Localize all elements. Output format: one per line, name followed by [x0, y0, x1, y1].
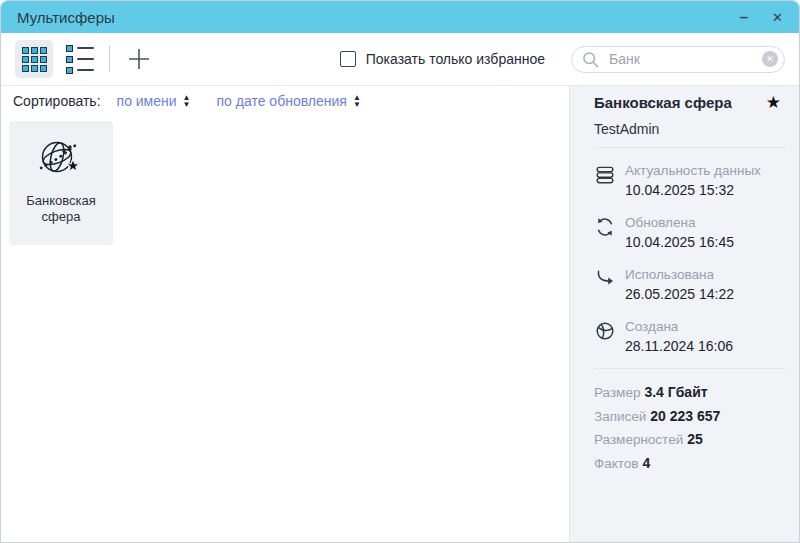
sort-bar: Сортировать: по имени ▲▼ по дате обновле…: [1, 86, 569, 115]
favorites-checkbox-label: Показать только избранное: [366, 51, 545, 67]
toolbar: Показать только избранное ✕: [1, 33, 799, 85]
grid-view-icon: [22, 47, 47, 72]
tile-title: Банковская сфера: [15, 193, 107, 225]
database-icon: [594, 164, 616, 186]
plus-icon: [126, 46, 152, 72]
panel-divider: [594, 368, 785, 369]
multisphere-tile[interactable]: Банковская сфера: [9, 121, 113, 245]
sort-arrows-icon: ▲▼: [353, 94, 361, 108]
favorites-filter[interactable]: Показать только избранное: [340, 51, 545, 67]
panel-divider: [594, 147, 785, 148]
detail-row: Создана 28.11.2024 16:06: [594, 319, 785, 356]
sort-by-name[interactable]: по имени ▲▼: [117, 93, 191, 109]
main-area: Сортировать: по имени ▲▼ по дате обновле…: [1, 85, 569, 542]
detail-value: 10.04.2025 15:32: [625, 181, 761, 200]
refresh-icon: [594, 216, 616, 238]
stat-dimensions: Размерностей25: [594, 428, 785, 452]
detail-row: Обновлена 10.04.2025 16:45: [594, 215, 785, 252]
toolbar-divider: [109, 46, 110, 72]
sort-by-update-date-label: по дате обновления: [217, 93, 347, 109]
titlebar[interactable]: Мультисферы – ✕: [1, 1, 799, 33]
panel-title: Банковская сфера: [594, 94, 732, 112]
window-controls: – ✕: [740, 10, 783, 25]
detail-row: Использована 26.05.2025 14:22: [594, 267, 785, 304]
detail-value: 26.05.2025 14:22: [625, 285, 734, 304]
panel-stats: Размер3.4 Гбайт Записей20 223 657 Размер…: [594, 381, 785, 475]
clear-search-icon[interactable]: ✕: [762, 51, 778, 67]
sort-arrows-icon: ▲▼: [183, 94, 191, 108]
stat-size: Размер3.4 Гбайт: [594, 381, 785, 405]
details-panel: Банковская сфера ★ TestAdmin Актуальност…: [569, 85, 799, 542]
close-button[interactable]: ✕: [772, 10, 783, 25]
add-multisphere-button[interactable]: [120, 40, 158, 78]
search-box[interactable]: ✕: [571, 46, 785, 73]
search-input[interactable]: [607, 50, 762, 68]
multisphere-globe-icon: [35, 133, 87, 181]
app-window: Мультисферы – ✕ По: [0, 0, 800, 543]
grid-view-button[interactable]: [15, 40, 53, 78]
favorite-star-icon: [66, 159, 79, 172]
detail-value: 10.04.2025 16:45: [625, 233, 734, 252]
detail-label: Создана: [625, 319, 733, 335]
search-icon: [582, 51, 599, 68]
sort-by-name-label: по имени: [117, 93, 177, 109]
favorite-star-icon[interactable]: ★: [766, 94, 781, 112]
sort-by-update-date[interactable]: по дате обновления ▲▼: [217, 93, 361, 109]
minimize-button[interactable]: –: [740, 12, 748, 22]
panel-owner: TestAdmin: [594, 120, 785, 138]
stat-facts: Фактов4: [594, 452, 785, 476]
stat-records: Записей20 223 657: [594, 405, 785, 429]
list-view-button[interactable]: [61, 40, 99, 78]
detail-label: Обновлена: [625, 215, 734, 231]
list-view-icon: [66, 45, 94, 74]
detail-row: Актуальность данных 10.04.2025 15:32: [594, 163, 785, 200]
detail-label: Актуальность данных: [625, 163, 761, 179]
detail-label: Использована: [625, 267, 734, 283]
globe-icon: [594, 320, 616, 342]
sort-label: Сортировать:: [13, 93, 101, 109]
panel-header: Банковская сфера ★: [594, 94, 785, 112]
window-title: Мультисферы: [17, 9, 115, 26]
usage-arrow-icon: [594, 268, 616, 290]
favorites-checkbox[interactable]: [340, 51, 356, 67]
detail-value: 28.11.2024 16:06: [625, 337, 733, 356]
